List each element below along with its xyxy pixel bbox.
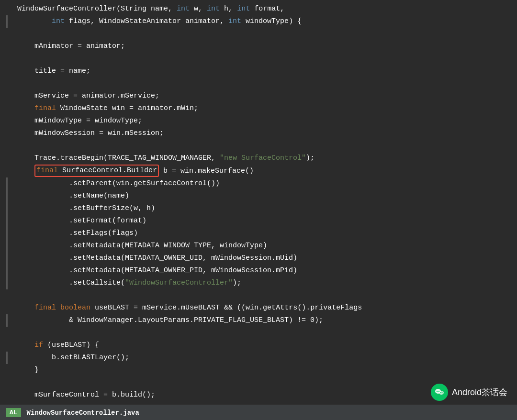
code-line-10: mWindowType = windowType; xyxy=(0,115,517,127)
line-content-29: b.setBLASTLayer(); xyxy=(13,352,517,364)
wechat-icon xyxy=(431,384,448,401)
code-line-16: .setName(name) xyxy=(0,190,517,202)
code-line-14: final SurfaceControl.Builder b = win.mak… xyxy=(0,165,517,177)
gutter-19 xyxy=(0,227,13,240)
line-content-30: } xyxy=(13,364,517,376)
code-line-6: title = name; xyxy=(0,65,517,77)
code-line-2: int flags, WindowStateAnimator animator,… xyxy=(0,15,517,28)
gutter-23 xyxy=(0,277,13,289)
code-line-1: WindowSurfaceController(String name, int… xyxy=(0,3,517,15)
code-line-19: .setFlags(flags) xyxy=(0,227,517,240)
line-content-15: .setParent(win.getSurfaceControl()) xyxy=(13,177,517,190)
code-line-23: .setCallsite("WindowSurfaceController"); xyxy=(0,277,517,289)
svg-point-3 xyxy=(438,391,439,392)
code-line-26: & WindowManager.LayoutParams.PRIVATE_FLA… xyxy=(0,314,517,327)
gutter-16 xyxy=(0,190,13,202)
gutter-20 xyxy=(0,240,13,252)
code-line-30: } xyxy=(0,364,517,376)
gutter-15 xyxy=(0,177,13,190)
gutter-29 xyxy=(0,352,13,364)
code-line-33 xyxy=(0,401,517,405)
watermark-label: Android茶话会 xyxy=(452,387,507,398)
line-content-28: if (useBLAST) { xyxy=(13,339,517,352)
statusbar: AL WindowSurfaceController.java xyxy=(0,405,517,420)
line-content-10: mWindowType = windowType; xyxy=(13,115,517,127)
line-content-1: WindowSurfaceController(String name, int… xyxy=(13,3,517,15)
svg-point-1 xyxy=(439,391,444,395)
code-line-12 xyxy=(0,140,517,152)
line-content-17: .setBufferSize(w, h) xyxy=(13,202,517,215)
gutter-26 xyxy=(0,314,13,327)
line-content-8: mService = animator.mService; xyxy=(13,90,517,102)
status-filename: WindowSurfaceController.java xyxy=(27,409,139,417)
code-line-29: b.setBLASTLayer(); xyxy=(0,352,517,364)
watermark: Android茶话会 xyxy=(431,384,507,401)
gutter-21 xyxy=(0,252,13,265)
line-content-14: final SurfaceControl.Builder b = win.mak… xyxy=(13,165,517,177)
code-line-3 xyxy=(0,28,517,40)
line-content-4: mAnimator = animator; xyxy=(13,40,517,53)
line-content-18: .setFormat(format) xyxy=(13,215,517,227)
code-line-7 xyxy=(0,77,517,90)
code-line-4: mAnimator = animator; xyxy=(0,40,517,53)
code-line-20: .setMetadata(METADATA_WINDOW_TYPE, windo… xyxy=(0,240,517,252)
line-content-22: .setMetadata(METADATA_OWNER_PID, mWindow… xyxy=(13,265,517,277)
code-line-15: .setParent(win.getSurfaceControl()) xyxy=(0,177,517,190)
code-line-18: .setFormat(format) xyxy=(0,215,517,227)
status-indicator: AL xyxy=(6,408,21,417)
line-content-9: final WindowState win = animator.mWin; xyxy=(13,102,517,115)
gutter-17 xyxy=(0,202,13,215)
code-line-25: final boolean useBLAST = mService.mUseBL… xyxy=(0,302,517,314)
svg-point-2 xyxy=(437,391,438,392)
line-content-25: final boolean useBLAST = mService.mUseBL… xyxy=(13,302,517,314)
gutter-18 xyxy=(0,215,13,227)
code-line-11: mWindowSession = win.mSession; xyxy=(0,127,517,140)
line-content-20: .setMetadata(METADATA_WINDOW_TYPE, windo… xyxy=(13,240,517,252)
gutter-22 xyxy=(0,265,13,277)
svg-point-5 xyxy=(441,392,442,393)
gutter-2 xyxy=(0,15,13,28)
line-content-11: mWindowSession = win.mSession; xyxy=(13,127,517,140)
code-line-21: .setMetadata(METADATA_OWNER_UID, mWindow… xyxy=(0,252,517,265)
line-content-26: & WindowManager.LayoutParams.PRIVATE_FLA… xyxy=(13,314,517,327)
line-content-19: .setFlags(flags) xyxy=(13,227,517,240)
line-content-13: Trace.traceBegin(TRACE_TAG_WINDOW_MANAGE… xyxy=(13,152,517,165)
code-line-9: final WindowState win = animator.mWin; xyxy=(0,102,517,115)
line-content-23: .setCallsite("WindowSurfaceController"); xyxy=(13,277,517,289)
code-line-8: mService = animator.mService; xyxy=(0,90,517,102)
code-editor: WindowSurfaceController(String name, int… xyxy=(0,0,517,405)
line-content-16: .setName(name) xyxy=(13,190,517,202)
code-line-5 xyxy=(0,53,517,65)
line-content-21: .setMetadata(METADATA_OWNER_UID, mWindow… xyxy=(13,252,517,265)
code-line-22: .setMetadata(METADATA_OWNER_PID, mWindow… xyxy=(0,265,517,277)
line-content-2: int flags, WindowStateAnimator animator,… xyxy=(13,15,517,28)
code-line-27 xyxy=(0,327,517,339)
code-line-24 xyxy=(0,289,517,302)
code-line-13: Trace.traceBegin(TRACE_TAG_WINDOW_MANAGE… xyxy=(0,152,517,165)
code-line-28: if (useBLAST) { xyxy=(0,339,517,352)
code-line-17: .setBufferSize(w, h) xyxy=(0,202,517,215)
line-content-6: title = name; xyxy=(13,65,517,77)
svg-point-4 xyxy=(440,392,441,393)
